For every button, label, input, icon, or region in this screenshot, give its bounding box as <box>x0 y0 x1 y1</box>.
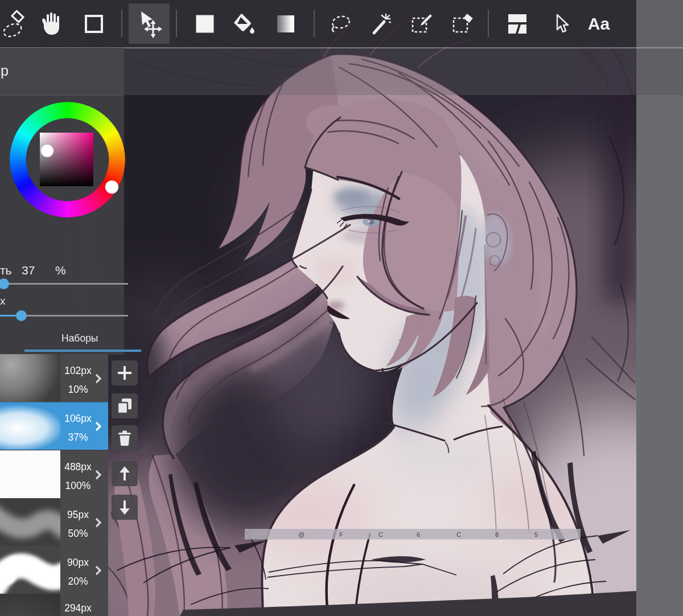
text-tool-label: Aa <box>588 14 610 34</box>
chevron-right-icon <box>95 470 101 480</box>
chevron-right-icon <box>95 421 101 432</box>
brush-preview-5 <box>0 594 60 616</box>
watermark-bar <box>245 529 581 540</box>
brush-opacity-4: 20% <box>60 576 96 588</box>
fill-rect-tool-button[interactable] <box>195 0 215 47</box>
brush-opacity-1: 37% <box>60 432 96 443</box>
watermark-glyph-6: 5 <box>534 531 538 538</box>
copy-icon <box>116 397 133 414</box>
opacity-slider-track[interactable] <box>0 283 128 285</box>
size-slider[interactable] <box>0 310 128 321</box>
sv-thumb[interactable] <box>41 145 54 157</box>
duplicate-brush-button[interactable] <box>112 393 138 418</box>
brush-size-3: 95px <box>60 509 96 521</box>
toolbar-divider-3 <box>314 10 315 37</box>
watermark-glyph-4: C <box>456 531 461 538</box>
trash-icon <box>117 430 132 446</box>
opacity-slider[interactable] <box>0 278 128 289</box>
plus-icon <box>117 365 133 381</box>
move-brush-up-button[interactable] <box>112 461 138 486</box>
brush-opacity-0: 10% <box>60 384 96 396</box>
select-eraser-icon <box>452 13 474 35</box>
brush-row-0[interactable]: 102px 10% <box>0 354 108 402</box>
pointer-tool-button[interactable] <box>551 0 571 47</box>
toolbar: Aa <box>0 0 636 47</box>
brush-preview-4 <box>0 546 60 594</box>
watermark-glyph-2: C <box>378 531 383 538</box>
brush-size-2: 488px <box>60 461 96 473</box>
workspace-gutter <box>636 0 683 616</box>
brush-row-4[interactable]: 90px 20% <box>0 546 108 594</box>
brush-preview-2 <box>0 450 60 498</box>
lasso-tool-button[interactable] <box>328 0 352 47</box>
pointer-arrow-icon <box>553 14 570 34</box>
gradient-tool-button[interactable] <box>277 0 295 47</box>
watermark-glyph-0: @ <box>298 531 305 538</box>
hand-tool-button[interactable] <box>36 0 65 47</box>
arrow-up-icon <box>117 466 132 482</box>
text-tool-button[interactable]: Aa <box>585 0 612 47</box>
lasso-icon <box>328 14 351 34</box>
select-pen-tool-button[interactable] <box>410 0 433 47</box>
toolbar-divider-2 <box>176 10 177 37</box>
move-tool-button[interactable] <box>133 0 165 47</box>
size-truncated-label: х <box>0 295 6 307</box>
filled-square-icon <box>196 15 214 33</box>
magic-wand-icon <box>369 13 392 35</box>
gutter-main <box>636 95 683 616</box>
paint-bucket-icon <box>233 14 257 34</box>
chevron-right-icon <box>95 373 101 384</box>
gradient-icon <box>277 15 294 32</box>
watermark-glyph-5: 8 <box>495 531 499 538</box>
toolbar-divider-1 <box>121 10 122 37</box>
toolbar-divider-4 <box>488 10 489 37</box>
magic-wand-tool-button[interactable] <box>369 0 393 47</box>
rect-select-icon <box>84 14 104 34</box>
brush-row-1-selected[interactable]: 106px 37% <box>0 402 108 450</box>
watermark-glyph-1: F <box>339 531 343 538</box>
color-panel: р ть 37 % х Наборы <box>0 48 124 355</box>
brush-opacity-2: 100% <box>60 480 96 492</box>
chevron-right-icon <box>95 518 101 528</box>
watermark-glyph-3: 6 <box>417 531 420 538</box>
app-root: @ F C 6 C 8 5 <box>0 0 683 616</box>
brush-preview-1 <box>0 402 60 450</box>
active-tab-underline <box>24 350 141 352</box>
eraser-lasso-tool-button[interactable] <box>1 0 31 47</box>
add-brush-button[interactable] <box>112 360 138 385</box>
move-brush-down-button[interactable] <box>112 495 138 520</box>
opacity-unit: % <box>55 264 66 277</box>
chevron-right-icon <box>95 565 101 576</box>
select-eraser-tool-button[interactable] <box>451 0 474 47</box>
brush-row-5[interactable]: 294px <box>0 594 108 616</box>
size-slider-thumb[interactable] <box>16 310 27 321</box>
move-transform-icon <box>134 9 164 39</box>
eraser-lasso-icon <box>1 8 31 40</box>
brush-preview-3 <box>0 498 60 546</box>
brush-opacity-3: 50% <box>60 528 96 540</box>
hand-icon <box>39 12 62 36</box>
brush-size-1: 106px <box>60 413 96 425</box>
arrow-down-icon <box>117 499 132 515</box>
divide-frame-tool-button[interactable] <box>508 0 527 47</box>
brush-size-4: 90px <box>60 557 96 569</box>
divide-frame-icon <box>508 14 526 34</box>
brush-row-2[interactable]: 488px 100% <box>0 450 108 498</box>
brush-size-0: 102px <box>60 365 96 377</box>
paint-bucket-tool-button[interactable] <box>232 0 257 47</box>
opacity-slider-thumb[interactable] <box>0 278 9 289</box>
select-pen-icon <box>411 13 433 35</box>
hue-thumb[interactable] <box>105 180 118 194</box>
brush-preview-0 <box>0 354 60 402</box>
rect-select-tool-button[interactable] <box>81 0 107 47</box>
saturation-value-square[interactable] <box>40 133 93 186</box>
gutter-mid <box>636 48 683 95</box>
opacity-value: 37 <box>22 264 35 277</box>
brush-row-3[interactable]: 95px 50% <box>0 498 108 546</box>
delete-brush-button[interactable] <box>112 425 138 450</box>
brush-size-5: 294px <box>60 602 96 614</box>
tab-presets[interactable]: Наборы <box>61 332 98 344</box>
gutter-top <box>636 0 683 48</box>
opacity-label: ть <box>0 264 12 277</box>
